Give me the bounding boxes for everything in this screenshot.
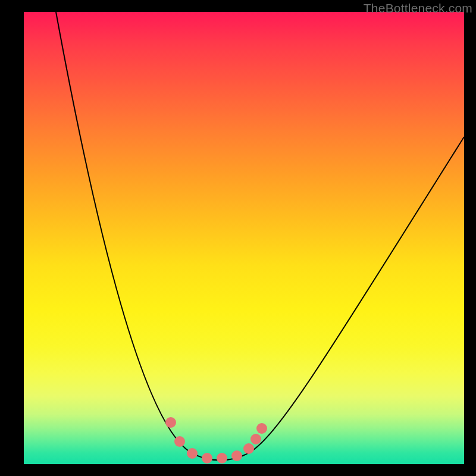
data-marker xyxy=(217,453,227,464)
data-marker xyxy=(231,450,242,461)
bottleneck-curve xyxy=(56,12,464,461)
data-marker xyxy=(202,453,212,464)
marker-group xyxy=(165,417,267,464)
data-marker xyxy=(187,448,198,459)
data-marker xyxy=(165,417,176,428)
plot-area xyxy=(24,12,464,464)
watermark-text: TheBottleneck.com xyxy=(364,1,472,15)
data-marker xyxy=(174,436,185,447)
data-marker xyxy=(256,423,267,434)
chart-svg xyxy=(24,12,464,464)
chart-frame: TheBottleneck.com xyxy=(0,0,476,476)
data-marker xyxy=(243,443,254,454)
data-marker xyxy=(250,434,261,444)
